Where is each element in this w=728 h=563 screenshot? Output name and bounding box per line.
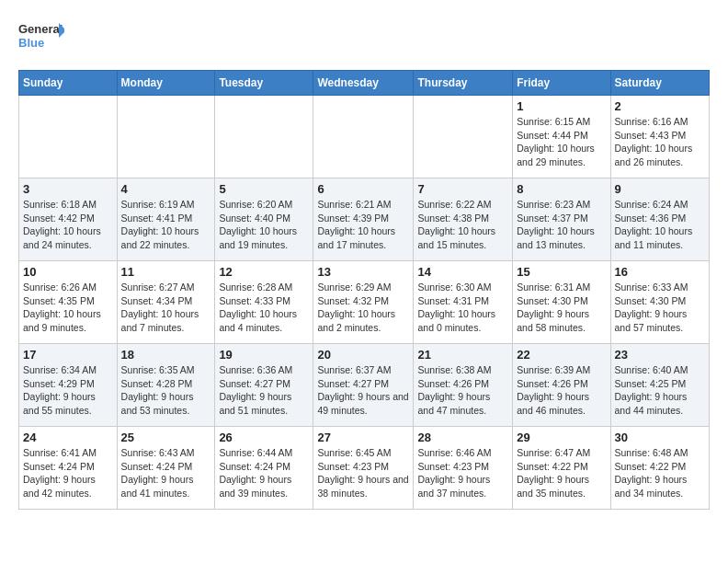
calendar-header-tuesday: Tuesday: [215, 71, 313, 96]
day-number: 4: [121, 182, 211, 196]
day-number: 5: [219, 182, 309, 196]
day-info: Sunrise: 6:43 AMSunset: 4:24 PMDaylight:…: [121, 446, 211, 500]
day-number: 6: [317, 182, 409, 196]
day-number: 16: [615, 265, 705, 279]
calendar-cell: 4Sunrise: 6:19 AMSunset: 4:41 PMDaylight…: [117, 178, 215, 261]
calendar-cell: 7Sunrise: 6:22 AMSunset: 4:38 PMDaylight…: [414, 178, 513, 261]
calendar-cell: [215, 96, 313, 178]
calendar-header-friday: Friday: [513, 71, 610, 96]
day-info: Sunrise: 6:36 AMSunset: 4:27 PMDaylight:…: [219, 363, 309, 418]
calendar-cell: 21Sunrise: 6:38 AMSunset: 4:26 PMDayligh…: [414, 344, 513, 427]
day-number: 11: [121, 265, 211, 279]
day-info: Sunrise: 6:44 AMSunset: 4:24 PMDaylight:…: [219, 446, 309, 500]
calendar-week-4: 24Sunrise: 6:41 AMSunset: 4:24 PMDayligh…: [19, 427, 710, 510]
day-info: Sunrise: 6:46 AMSunset: 4:23 PMDaylight:…: [417, 446, 508, 500]
day-info: Sunrise: 6:30 AMSunset: 4:31 PMDaylight:…: [417, 281, 508, 335]
calendar-cell: 5Sunrise: 6:20 AMSunset: 4:40 PMDaylight…: [215, 178, 313, 261]
day-number: 13: [317, 265, 409, 279]
calendar-cell: 16Sunrise: 6:33 AMSunset: 4:30 PMDayligh…: [610, 261, 709, 344]
day-number: 3: [23, 182, 113, 196]
day-number: 26: [219, 431, 309, 444]
calendar-header-wednesday: Wednesday: [313, 71, 414, 96]
day-number: 2: [615, 99, 705, 113]
day-info: Sunrise: 6:26 AMSunset: 4:35 PMDaylight:…: [23, 281, 113, 335]
calendar-cell: [19, 96, 118, 178]
day-number: 17: [23, 348, 113, 362]
calendar-cell: 23Sunrise: 6:40 AMSunset: 4:25 PMDayligh…: [610, 344, 709, 427]
day-number: 24: [23, 431, 113, 444]
svg-text:General: General: [18, 22, 63, 36]
day-number: 21: [417, 348, 508, 362]
day-info: Sunrise: 6:23 AMSunset: 4:37 PMDaylight:…: [517, 198, 606, 252]
calendar-cell: 30Sunrise: 6:48 AMSunset: 4:22 PMDayligh…: [610, 427, 709, 510]
calendar-body: 1Sunrise: 6:15 AMSunset: 4:44 PMDaylight…: [19, 96, 710, 510]
day-info: Sunrise: 6:18 AMSunset: 4:42 PMDaylight:…: [23, 198, 113, 252]
day-info: Sunrise: 6:15 AMSunset: 4:44 PMDaylight:…: [517, 115, 606, 169]
day-info: Sunrise: 6:16 AMSunset: 4:43 PMDaylight:…: [615, 115, 705, 169]
calendar-header-row: SundayMondayTuesdayWednesdayThursdayFrid…: [19, 71, 710, 96]
calendar-cell: 10Sunrise: 6:26 AMSunset: 4:35 PMDayligh…: [19, 261, 118, 344]
day-info: Sunrise: 6:35 AMSunset: 4:28 PMDaylight:…: [121, 363, 211, 418]
calendar-cell: [117, 96, 215, 178]
day-info: Sunrise: 6:39 AMSunset: 4:26 PMDaylight:…: [517, 363, 606, 418]
day-info: Sunrise: 6:21 AMSunset: 4:39 PMDaylight:…: [317, 198, 409, 252]
calendar-cell: 15Sunrise: 6:31 AMSunset: 4:30 PMDayligh…: [513, 261, 610, 344]
day-number: 27: [317, 431, 409, 444]
calendar-cell: [414, 96, 513, 178]
calendar-cell: 22Sunrise: 6:39 AMSunset: 4:26 PMDayligh…: [513, 344, 610, 427]
day-number: 30: [615, 431, 705, 444]
calendar-table: SundayMondayTuesdayWednesdayThursdayFrid…: [18, 70, 710, 510]
calendar-cell: 24Sunrise: 6:41 AMSunset: 4:24 PMDayligh…: [19, 427, 118, 510]
day-number: 19: [219, 348, 309, 362]
day-number: 9: [615, 182, 705, 196]
day-info: Sunrise: 6:20 AMSunset: 4:40 PMDaylight:…: [219, 198, 309, 252]
day-info: Sunrise: 6:41 AMSunset: 4:24 PMDaylight:…: [23, 446, 113, 500]
calendar-cell: 13Sunrise: 6:29 AMSunset: 4:32 PMDayligh…: [313, 261, 414, 344]
logo: General Blue: [18, 18, 64, 55]
calendar-week-2: 10Sunrise: 6:26 AMSunset: 4:35 PMDayligh…: [19, 261, 710, 344]
day-info: Sunrise: 6:48 AMSunset: 4:22 PMDaylight:…: [615, 446, 705, 500]
day-info: Sunrise: 6:24 AMSunset: 4:36 PMDaylight:…: [615, 198, 705, 252]
calendar-cell: 20Sunrise: 6:37 AMSunset: 4:27 PMDayligh…: [313, 344, 414, 427]
calendar-header-monday: Monday: [117, 71, 215, 96]
day-info: Sunrise: 6:34 AMSunset: 4:29 PMDaylight:…: [23, 363, 113, 418]
calendar-cell: 18Sunrise: 6:35 AMSunset: 4:28 PMDayligh…: [117, 344, 215, 427]
day-number: 22: [517, 348, 606, 362]
day-number: 15: [517, 265, 606, 279]
calendar-cell: 17Sunrise: 6:34 AMSunset: 4:29 PMDayligh…: [19, 344, 118, 427]
calendar-week-1: 3Sunrise: 6:18 AMSunset: 4:42 PMDaylight…: [19, 178, 710, 261]
day-number: 1: [517, 99, 606, 113]
calendar-cell: 25Sunrise: 6:43 AMSunset: 4:24 PMDayligh…: [117, 427, 215, 510]
day-number: 7: [417, 182, 508, 196]
day-info: Sunrise: 6:40 AMSunset: 4:25 PMDaylight:…: [615, 363, 705, 418]
logo-svg: General Blue: [18, 18, 64, 55]
calendar-week-3: 17Sunrise: 6:34 AMSunset: 4:29 PMDayligh…: [19, 344, 710, 427]
day-number: 29: [517, 431, 606, 444]
calendar-cell: 2Sunrise: 6:16 AMSunset: 4:43 PMDaylight…: [610, 96, 709, 178]
day-info: Sunrise: 6:37 AMSunset: 4:27 PMDaylight:…: [317, 363, 409, 418]
calendar-cell: 9Sunrise: 6:24 AMSunset: 4:36 PMDaylight…: [610, 178, 709, 261]
day-number: 23: [615, 348, 705, 362]
calendar-header-saturday: Saturday: [610, 71, 709, 96]
day-number: 18: [121, 348, 211, 362]
calendar-header-thursday: Thursday: [414, 71, 513, 96]
calendar-cell: [313, 96, 414, 178]
calendar-cell: 12Sunrise: 6:28 AMSunset: 4:33 PMDayligh…: [215, 261, 313, 344]
calendar-cell: 14Sunrise: 6:30 AMSunset: 4:31 PMDayligh…: [414, 261, 513, 344]
calendar-cell: 3Sunrise: 6:18 AMSunset: 4:42 PMDaylight…: [19, 178, 118, 261]
svg-text:Blue: Blue: [18, 36, 44, 50]
calendar-cell: 26Sunrise: 6:44 AMSunset: 4:24 PMDayligh…: [215, 427, 313, 510]
day-number: 8: [517, 182, 606, 196]
calendar-cell: 27Sunrise: 6:45 AMSunset: 4:23 PMDayligh…: [313, 427, 414, 510]
day-number: 28: [417, 431, 508, 444]
calendar-cell: 19Sunrise: 6:36 AMSunset: 4:27 PMDayligh…: [215, 344, 313, 427]
day-info: Sunrise: 6:22 AMSunset: 4:38 PMDaylight:…: [417, 198, 508, 252]
day-number: 20: [317, 348, 409, 362]
day-info: Sunrise: 6:47 AMSunset: 4:22 PMDaylight:…: [517, 446, 606, 500]
day-info: Sunrise: 6:31 AMSunset: 4:30 PMDaylight:…: [517, 281, 606, 335]
day-number: 25: [121, 431, 211, 444]
day-info: Sunrise: 6:38 AMSunset: 4:26 PMDaylight:…: [417, 363, 508, 418]
calendar-week-0: 1Sunrise: 6:15 AMSunset: 4:44 PMDaylight…: [19, 96, 710, 178]
calendar-header-sunday: Sunday: [19, 71, 118, 96]
calendar-cell: 1Sunrise: 6:15 AMSunset: 4:44 PMDaylight…: [513, 96, 610, 178]
